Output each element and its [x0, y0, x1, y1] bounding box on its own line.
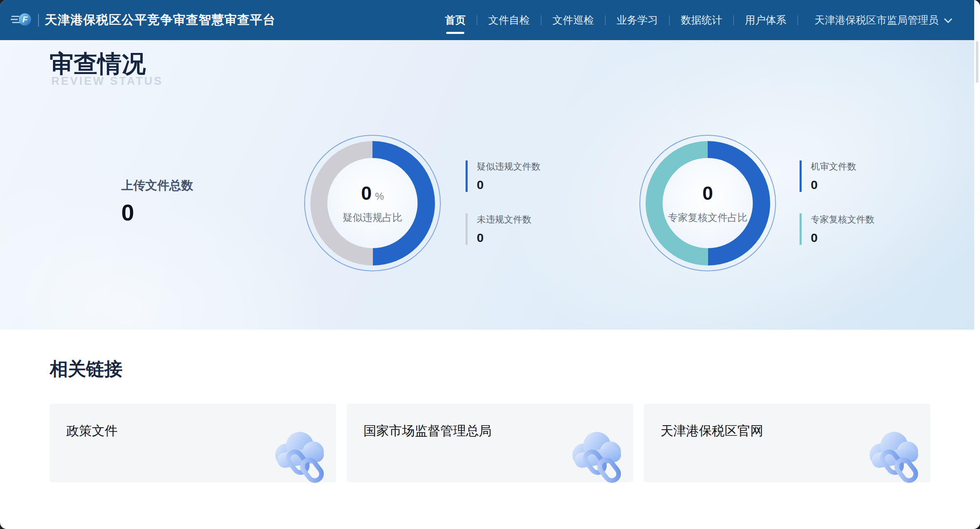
link-card-samr[interactable]: 国家市场监督管理总局 — [347, 404, 633, 482]
legend-label: 未违规文件数 — [477, 213, 602, 226]
legend-value: 0 — [811, 178, 936, 192]
expert-review-donut-legend: 机审文件数 0 专家复核文件数 0 — [800, 160, 936, 266]
upload-total-stat: 上传文件总数 0 — [121, 177, 193, 226]
donut-ring: 0 专家复核文件占比 — [646, 141, 770, 266]
brand: F 天津港保税区公平竞争审查智慧审查平台 — [11, 11, 276, 29]
legend-item-expert-reviewed-files: 专家复核文件数 0 — [800, 213, 936, 245]
suspect-donut-legend: 疑似违规文件数 0 未违规文件数 0 — [466, 160, 602, 266]
upload-total-label: 上传文件总数 — [121, 177, 193, 194]
expert-review-donut-chart: 0 专家复核文件占比 — [639, 135, 776, 271]
top-navbar: F 天津港保税区公平竞争审查智慧审查平台 首页 文件自检 文件巡检 业务学习 数… — [0, 0, 980, 40]
donut-center-label: 疑似违规占比 — [343, 211, 402, 224]
legend-label: 专家复核文件数 — [811, 213, 936, 226]
donut-center: 0 专家复核文件占比 — [663, 158, 753, 248]
legend-item-compliant-files: 未违规文件数 0 — [466, 213, 602, 245]
chevron-down-icon — [944, 14, 953, 26]
link-card-policy-documents[interactable]: 政策文件 — [50, 404, 336, 482]
cloud-link-icon — [861, 425, 924, 488]
nav-item-user-system[interactable]: 用户体系 — [734, 0, 797, 40]
legend-value: 0 — [811, 231, 936, 245]
related-links-cards: 政策文件 — [50, 404, 930, 482]
main-nav: 首页 文件自检 文件巡检 业务学习 数据统计 用户体系 天津港保税区市监局管理员 — [434, 0, 953, 40]
cloud-link-icon — [267, 425, 329, 488]
legend-label: 机审文件数 — [811, 160, 936, 173]
legend-value: 0 — [477, 178, 602, 192]
scrollbar[interactable] — [974, 0, 980, 529]
donut-center: 0 % 疑似违规占比 — [327, 158, 418, 248]
upload-total-value: 0 — [121, 199, 193, 226]
nav-item-home[interactable]: 首页 — [434, 0, 477, 40]
donut-ring: 0 % 疑似违规占比 — [310, 141, 435, 266]
legend-value: 0 — [477, 231, 602, 245]
scrollbar-thumb[interactable] — [976, 41, 978, 83]
legend-item-suspect-files: 疑似违规文件数 0 — [466, 160, 602, 192]
user-name: 天津港保税区市监局管理员 — [814, 13, 939, 27]
donut-center-value: 0 — [361, 182, 372, 204]
donut-center-unit: % — [375, 191, 384, 202]
nav-item-data-statistics[interactable]: 数据统计 — [670, 0, 733, 40]
suspect-ratio-donut-chart: 0 % 疑似违规占比 — [304, 135, 441, 271]
user-account-menu[interactable]: 天津港保税区市监局管理员 — [814, 13, 953, 27]
cloud-link-icon — [564, 425, 627, 488]
brand-divider — [38, 14, 39, 26]
nav-separator — [797, 15, 798, 25]
review-status-section: REVIEW STATUS 审查情况 上传文件总数 0 0 % 疑似违规占比 疑… — [0, 40, 980, 330]
nav-item-business-learning[interactable]: 业务学习 — [605, 0, 669, 40]
related-links-section: 相关链接 政策文件 — [0, 330, 980, 482]
legend-item-machine-reviewed-files: 机审文件数 0 — [800, 160, 936, 192]
related-links-title: 相关链接 — [50, 357, 930, 381]
page: F 天津港保税区公平竞争审查智慧审查平台 首页 文件自检 文件巡检 业务学习 数… — [0, 0, 980, 529]
donut-center-value: 0 — [702, 182, 713, 204]
legend-label: 疑似违规文件数 — [477, 160, 602, 173]
donut-center-label: 专家复核文件占比 — [668, 211, 747, 224]
platform-logo-icon[interactable]: F — [11, 11, 32, 29]
nav-item-file-inspection[interactable]: 文件巡检 — [541, 0, 605, 40]
svg-text:F: F — [22, 15, 28, 24]
platform-title: 天津港保税区公平竞争审查智慧审查平台 — [45, 12, 276, 29]
nav-item-file-self-check[interactable]: 文件自检 — [477, 0, 541, 40]
page-title: 审查情况 — [50, 50, 146, 78]
link-card-tjftz-official-site[interactable]: 天津港保税区官网 — [644, 404, 930, 482]
